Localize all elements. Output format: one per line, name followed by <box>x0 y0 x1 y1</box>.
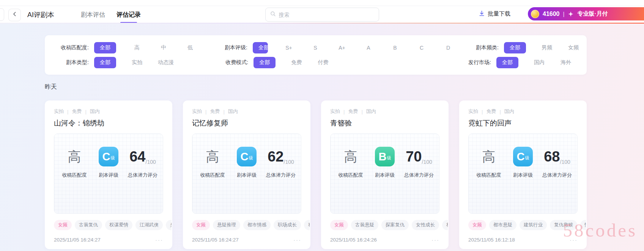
more-options-button[interactable]: ··· <box>570 237 578 243</box>
grade-suffix: 级 <box>249 155 253 161</box>
stat-label: 收稿匹配度 <box>57 172 91 179</box>
match-value: 高 <box>206 148 219 166</box>
stat-row: 高 C 级 64 /100 <box>57 146 160 167</box>
filter-option[interactable]: 付费 <box>317 59 329 66</box>
meta-item: 免费 <box>210 108 220 115</box>
filter-option[interactable]: A <box>363 45 374 51</box>
filter-option[interactable]: 动态漫 <box>158 59 174 66</box>
meta-separator: | <box>343 109 345 115</box>
grade-suffix: 级 <box>110 155 115 161</box>
meta-separator: | <box>361 109 362 115</box>
download-icon <box>479 10 485 18</box>
grade-badge: C 级 <box>99 147 118 166</box>
sparkle-icon <box>568 11 574 17</box>
plan-badge[interactable]: 41600 | 专业版·月付 <box>528 7 644 20</box>
more-options-button[interactable]: ··· <box>155 237 163 243</box>
tag-pill: 都市悬疑 <box>489 220 516 230</box>
score-denominator: /100 <box>146 159 156 165</box>
search-input[interactable] <box>279 12 374 18</box>
collapsed-sidebar-handle[interactable] <box>0 8 4 21</box>
stat-row: 高 B 级 70 /100 <box>334 146 436 167</box>
score-denominator: /100 <box>560 159 570 165</box>
batch-download-label: 批量下载 <box>488 10 510 17</box>
filter-option[interactable]: 海外 <box>560 59 572 66</box>
stat-label: 总体潜力评分 <box>540 172 574 179</box>
card-footer: 2025/11/05 16:24:27 ··· <box>54 237 163 243</box>
search-box[interactable] <box>265 8 379 22</box>
coin-balance: 41600 <box>543 11 560 17</box>
filter-group: 发行市场:全部国内海外 <box>461 57 587 68</box>
stat-row: 高 C 级 62 /100 <box>195 146 298 167</box>
stat-label: 收稿匹配度 <box>472 172 506 179</box>
filter-option[interactable]: B <box>389 45 401 51</box>
filter-option[interactable]: A+ <box>336 45 348 51</box>
filter-option[interactable]: 女频 <box>568 44 579 51</box>
grade-suffix: 级 <box>387 155 391 161</box>
meta-separator: | <box>223 109 224 115</box>
meta-separator: | <box>482 109 483 115</box>
score-value: 68 <box>544 149 560 165</box>
card-stats-box: 高 B 级 70 /100 收稿匹配度剧本评级总体潜力评分 <box>330 133 439 214</box>
card-meta: 实拍|免费|国内 <box>468 108 578 115</box>
filter-option[interactable]: S+ <box>283 45 294 51</box>
evaluation-card[interactable]: 实拍|免费|国内 山河令：锦绣劫 高 C 级 64 /100 收稿匹配度剧本评级… <box>45 100 172 249</box>
filter-label: 剧本类型: <box>45 59 89 66</box>
tag-pill: 探案复仇 <box>381 220 409 230</box>
filter-label: 收稿匹配度: <box>45 44 89 51</box>
filter-option-selected[interactable]: 全部 <box>94 42 116 53</box>
tag-pill: 江湖武侠 <box>135 220 163 230</box>
filter-option-selected[interactable]: 全部 <box>253 42 268 53</box>
filter-row: 收稿匹配度:全部高中低剧本评级:全部S+SA+ABCD剧本频类:全部男频女频 <box>45 40 587 55</box>
back-button[interactable] <box>8 9 21 21</box>
filter-option[interactable]: S <box>310 45 321 51</box>
batch-download-button[interactable]: 批量下载 <box>479 10 510 18</box>
grade-badge: C 级 <box>513 147 533 166</box>
meta-item: 免费 <box>72 108 82 115</box>
grade-badge: B 级 <box>375 147 395 166</box>
filter-option[interactable]: 男频 <box>541 44 553 51</box>
grade-letter: C <box>241 151 249 163</box>
tag-pill: 女频 <box>330 220 348 230</box>
tag-pill: 科幻 <box>304 220 310 230</box>
plan-name: 专业版·月付 <box>577 10 608 17</box>
tag-pill: 悬疑推理 <box>213 220 240 230</box>
filter-option-selected[interactable]: 全部 <box>496 57 518 68</box>
filter-option[interactable]: D <box>442 45 454 51</box>
tab-script-evaluation[interactable]: 剧本评估 <box>81 6 105 24</box>
filter-label: 剧本评级: <box>211 44 247 51</box>
tag-pill: 都市情感 <box>243 220 271 230</box>
more-options-button[interactable]: ··· <box>431 237 439 243</box>
tag-list: 女频悬疑推理都市情感职场成长科幻 <box>192 220 310 230</box>
match-value: 高 <box>68 148 81 166</box>
card-meta: 实拍|免费|国内 <box>330 108 439 115</box>
tag-pill: 复仇救赎 <box>550 220 577 230</box>
evaluation-card[interactable]: 实拍|免费|国内 青簪验 高 B 级 70 /100 收稿匹配度剧本评级总体潜力… <box>321 100 449 249</box>
evaluation-card[interactable]: 实拍|免费|国内 霓虹下的回声 高 C 级 68 /100 收稿匹配度剧本评级总… <box>459 100 587 249</box>
meta-item: 免费 <box>486 108 496 115</box>
filter-option[interactable]: 低 <box>184 44 196 51</box>
more-options-button[interactable]: ··· <box>293 237 301 243</box>
meta-item: 国内 <box>228 108 238 115</box>
match-value: 高 <box>344 148 357 166</box>
card-meta: 实拍|免费|国内 <box>54 108 163 115</box>
tag-list: 女频都市悬疑建筑行业复仇救赎情感 <box>468 220 586 230</box>
timestamp: 2025/11/05 16:24:26 <box>330 237 377 243</box>
filter-option[interactable]: 国内 <box>534 59 545 66</box>
card-title: 山河令：锦绣劫 <box>54 118 163 128</box>
stat-label: 总体潜力评分 <box>264 172 298 179</box>
screen: AI评剧本 剧本评估 评估记录 批量下载 41600 | <box>0 0 644 251</box>
filter-option-selected[interactable]: 全部 <box>504 42 526 53</box>
filter-option[interactable]: 高 <box>131 44 143 51</box>
filter-label: 剧本频类: <box>469 44 499 51</box>
filter-option[interactable]: C <box>416 45 427 51</box>
card-title: 记忆修复师 <box>192 118 301 128</box>
evaluation-card[interactable]: 实拍|免费|国内 记忆修复师 高 C 级 62 /100 收稿匹配度剧本评级总体… <box>183 100 310 249</box>
filter-option-selected[interactable]: 全部 <box>94 57 116 68</box>
header: AI评剧本 剧本评估 评估记录 批量下载 41600 | <box>0 6 644 24</box>
filter-option-selected[interactable]: 全部 <box>254 57 276 68</box>
filter-option[interactable]: 实拍 <box>131 59 143 66</box>
filter-option[interactable]: 免费 <box>291 59 302 66</box>
tag-pill: 建筑行业 <box>520 220 547 230</box>
tab-evaluation-records[interactable]: 评估记录 <box>117 6 141 24</box>
filter-option[interactable]: 中 <box>158 44 169 51</box>
